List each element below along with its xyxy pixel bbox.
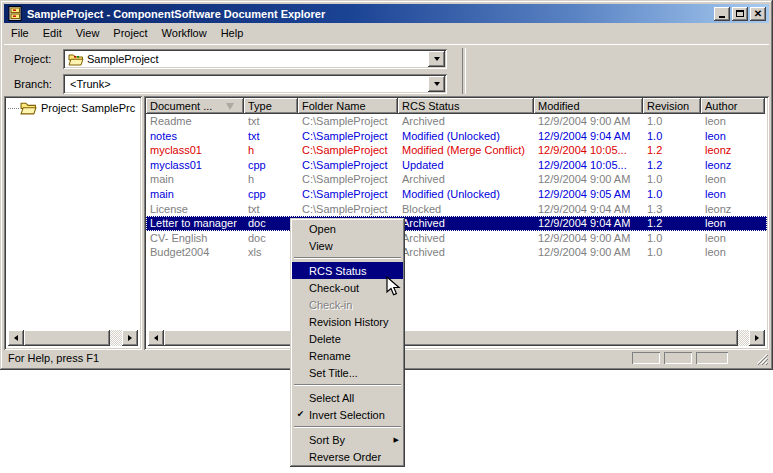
cell-folder-name: C:\SampleProject (298, 158, 398, 173)
cell-author: leonz (701, 158, 765, 173)
column-header-label: Author (705, 100, 761, 112)
minimize-button[interactable] (714, 7, 730, 21)
column-header-revision[interactable]: Revision (643, 98, 701, 114)
resize-grip[interactable] (755, 352, 768, 365)
cell-author: leon (701, 245, 765, 260)
context-menu-item-rename[interactable]: Rename (292, 347, 403, 364)
table-row-myclass01[interactable]: myclass01hC:\SampleProjectModified (Merg… (146, 143, 767, 158)
scrollbar-thumb[interactable] (164, 330, 738, 346)
cell-document: myclass01 (146, 158, 244, 173)
table-row-budget2004[interactable]: Budget2004xlsC:\SampleProjectArchived12/… (146, 245, 767, 260)
document-list-panel: Document ...TypeFolder NameRCS StatusMod… (144, 96, 769, 350)
table-row-myclass01[interactable]: myclass01cppC:\SampleProjectUpdated12/9/… (146, 158, 767, 173)
menu-help[interactable]: Help (214, 25, 251, 41)
column-header-label: Type (248, 100, 294, 112)
project-combo[interactable]: SampleProject (63, 49, 447, 69)
context-menu: OpenViewRCS StatusCheck-outCheck-inRevis… (290, 218, 405, 467)
tree-connector (8, 108, 19, 109)
tree-item-project-root[interactable]: Project: SamplePrc (8, 101, 135, 115)
close-button[interactable]: ✕ (750, 7, 766, 21)
cell-author: leon (701, 172, 765, 187)
project-combo-value: SampleProject (84, 53, 428, 65)
menu-edit[interactable]: Edit (36, 25, 69, 41)
cell-type: h (244, 143, 298, 158)
title-bar[interactable]: SampleProject - ComponentSoftware Docume… (4, 4, 769, 23)
column-header-document[interactable]: Document ... (146, 98, 244, 114)
menu-project[interactable]: Project (106, 25, 154, 41)
toolbar-divider (462, 48, 466, 94)
tree-horizontal-scrollbar[interactable] (8, 330, 138, 346)
project-combo-dropdown-button[interactable] (428, 51, 445, 67)
context-menu-item-invert-selection[interactable]: ✔Invert Selection (292, 406, 403, 423)
context-menu-item-revision-history[interactable]: Revision History (292, 313, 403, 330)
cell-revision: 1.0 (643, 114, 701, 129)
scroll-right-button[interactable] (122, 330, 138, 346)
context-menu-item-sort-by[interactable]: Sort By▶ (292, 431, 403, 448)
submenu-arrow-icon: ▶ (394, 436, 403, 444)
status-pane-1 (632, 352, 660, 364)
scroll-left-button[interactable] (148, 330, 164, 346)
column-header-rcs-status[interactable]: RCS Status (398, 98, 534, 114)
context-menu-item-set-title[interactable]: Set Title... (292, 364, 403, 381)
cell-document: Letter to manager (146, 216, 244, 231)
context-menu-item-label: Open (309, 223, 403, 235)
context-menu-item-delete[interactable]: Delete (292, 330, 403, 347)
desktop: SampleProject - ComponentSoftware Docume… (0, 0, 773, 473)
table-row-readme[interactable]: ReadmetxtC:\SampleProjectArchived12/9/20… (146, 114, 767, 129)
cell-revision: 1.2 (643, 158, 701, 173)
column-header-label: Revision (647, 100, 697, 112)
cell-modified: 12/9/2004 9:00 AM (534, 231, 643, 246)
table-row-main[interactable]: mainhC:\SampleProjectArchived12/9/2004 9… (146, 172, 767, 187)
cell-modified: 12/9/2004 9:04 AM (534, 202, 643, 217)
column-header-type[interactable]: Type (244, 98, 298, 114)
toolbar: Project: SampleProject Branch: <Trunk> (4, 44, 769, 97)
cell-document: notes (146, 129, 244, 144)
context-menu-item-reverse-order[interactable]: Reverse Order (292, 448, 403, 465)
minimize-icon (719, 16, 725, 18)
list-horizontal-scrollbar[interactable] (148, 330, 765, 346)
table-row-letter-to-manager[interactable]: Letter to managerdocC:\SampleProjectArch… (146, 216, 767, 231)
cell-folder-name: C:\SampleProject (298, 172, 398, 187)
mouse-cursor-icon (385, 276, 402, 297)
table-row-main[interactable]: maincppC:\SampleProjectModified (Unlocke… (146, 187, 767, 202)
cell-document: Budget2004 (146, 245, 244, 260)
status-pane-3 (696, 352, 728, 364)
project-label: Project: (14, 49, 60, 69)
table-row-notes[interactable]: notestxtC:\SampleProjectModified (Unlock… (146, 129, 767, 144)
cell-modified: 12/9/2004 10:05... (534, 158, 643, 173)
table-row-cv-english[interactable]: CV- EnglishdocC:\SampleProjectArchived12… (146, 231, 767, 246)
cell-document: myclass01 (146, 143, 244, 158)
scroll-left-button[interactable] (8, 330, 24, 346)
cell-revision: 1.0 (643, 172, 701, 187)
context-menu-item-view[interactable]: View (292, 237, 403, 254)
context-menu-item-label: Select All (309, 392, 403, 404)
menu-workflow[interactable]: Workflow (155, 25, 214, 41)
column-header-modified[interactable]: Modified (534, 98, 643, 114)
menu-file[interactable]: File (4, 25, 36, 41)
branch-combo[interactable]: <Trunk> (63, 74, 447, 94)
cell-modified: 12/9/2004 9:00 AM (534, 114, 643, 129)
column-header-folder-name[interactable]: Folder Name (298, 98, 398, 114)
context-menu-item-select-all[interactable]: Select All (292, 389, 403, 406)
column-header-author[interactable]: Author (701, 98, 765, 114)
branch-combo-value: <Trunk> (67, 78, 428, 90)
maximize-button[interactable] (732, 7, 748, 21)
menu-view[interactable]: View (69, 25, 107, 41)
table-row-license[interactable]: LicensetxtC:\SampleProjectBlocked12/9/20… (146, 202, 767, 217)
scrollbar-thumb[interactable] (24, 330, 110, 346)
maximize-icon (736, 10, 744, 17)
cell-document: Readme (146, 114, 244, 129)
cell-author: leonz (701, 143, 765, 158)
cell-document: License (146, 202, 244, 217)
open-folder-icon (20, 101, 37, 115)
branch-label: Branch: (14, 74, 60, 94)
cell-folder-name: C:\SampleProject (298, 143, 398, 158)
context-menu-item-open[interactable]: Open (292, 220, 403, 237)
cell-type: txt (244, 114, 298, 129)
branch-combo-dropdown-button[interactable] (428, 76, 445, 92)
cell-rcs-status: Modified (Merge Conflict) (398, 143, 534, 158)
context-menu-item-label: Check-in (309, 299, 403, 311)
cell-modified: 12/9/2004 9:00 AM (534, 245, 643, 260)
cell-folder-name: C:\SampleProject (298, 114, 398, 129)
scroll-right-button[interactable] (749, 330, 765, 346)
